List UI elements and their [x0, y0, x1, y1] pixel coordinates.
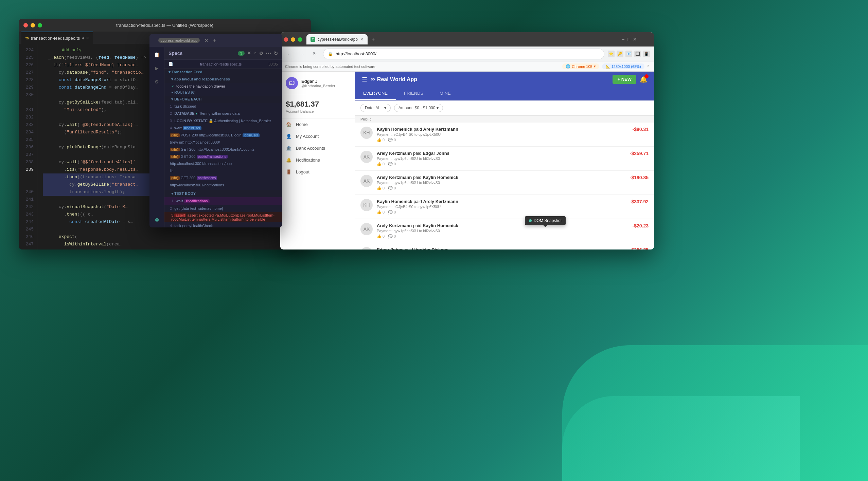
cypress-notif-tag: notifications — [197, 176, 217, 180]
sidebar-logout-label: Logout — [296, 169, 309, 174]
chrome-minimize-ctrl[interactable]: − — [622, 37, 624, 42]
hamburger-menu-button[interactable]: ☰ — [362, 76, 367, 83]
table-row: AK Arely Kertzmann paid Kaylin Homenick … — [355, 171, 654, 195]
sidebar-item-my-account[interactable]: 👤 My Account — [280, 130, 355, 142]
cypress-section-arrow: ▾ — [169, 70, 171, 74]
chrome-tab-close-icon[interactable]: ✕ — [360, 37, 364, 42]
notifications-icon: 🔔 — [286, 158, 292, 163]
tx-like-1[interactable]: 👍 0 — [377, 138, 385, 142]
sidebar-item-logout[interactable]: 🚪 Logout — [280, 166, 355, 178]
cypress-xhr-transactions: (xhr) GET 200 publicTransactions — [164, 153, 282, 160]
tab-everyone[interactable]: EVERYONE — [355, 87, 396, 100]
app-main-content: ☰ ∞ Real World App + NEW 🔔 EVERYONE — [355, 72, 654, 249]
cypress-notif-url-text: http://localhost:3001/notifications — [170, 183, 224, 187]
amount-filter-button[interactable]: Amount: $0 - $1,000 ▾ — [394, 104, 443, 112]
tx-like-4[interactable]: 👍 0 — [377, 210, 385, 215]
sidebar-item-notifications[interactable]: 🔔 Notifications — [280, 154, 355, 166]
cypress-step-num-3: 3 — [170, 119, 172, 123]
cypress-routes-section: ▾ ROUTES (6) — [164, 89, 282, 96]
chrome-forward-button[interactable]: → — [297, 49, 307, 59]
tx-content-1: Kaylin Homenick paid Arely Kertzmann Pay… — [377, 127, 628, 142]
chrome-version-arrow: ▾ — [594, 64, 596, 69]
table-row: KH Kaylin Homenick paid Arely Kertzmann … — [355, 123, 654, 147]
balance-label: Account Balance — [286, 109, 349, 113]
chrome-maximize-ctrl[interactable]: □ — [627, 37, 630, 42]
chrome-info-close-button[interactable]: × — [647, 63, 649, 69]
wave-decoration-2 — [562, 396, 800, 481]
chrome-ext-1[interactable]: ⭐ — [608, 51, 615, 57]
table-row: KH Kaylin Homenick paid Arely Kertzmann … — [355, 195, 654, 219]
date-filter-button[interactable]: Date: ALL ▾ — [360, 104, 391, 112]
new-transaction-button[interactable]: + NEW — [613, 75, 636, 84]
chrome-new-tab-button[interactable]: + — [372, 36, 375, 42]
chrome-url-text: http://localhost:3000/ — [336, 51, 376, 56]
chrome-close-button[interactable] — [284, 37, 288, 42]
tx-like-3[interactable]: 👍 0 — [377, 186, 385, 190]
vscode-maximize-button[interactable] — [38, 23, 42, 27]
tab-friends[interactable]: FRIENDS — [396, 87, 431, 100]
tx-content-5: Arely Kertzmann paid Kaylin Homenick Pay… — [377, 223, 628, 239]
cypress-refresh-icon[interactable]: ↻ — [274, 51, 278, 56]
tx-comment-1[interactable]: 💬 0 — [388, 138, 396, 142]
chrome-ext-3[interactable]: 📧 — [625, 51, 632, 57]
tx-avatar-1: KH — [360, 127, 373, 139]
vscode-minimize-button[interactable] — [31, 23, 35, 27]
sidebar-item-home[interactable]: 🏠 Home — [280, 118, 355, 130]
cypress-section-transaction-feed: ▾ Transaction Feed — [164, 69, 282, 76]
cypress-tab-label: cypress-realworld-app — [158, 38, 200, 43]
tab-mine[interactable]: MINE — [431, 87, 459, 100]
chrome-ext-2[interactable]: 🔑 — [617, 51, 623, 57]
chrome-resolution-icon: 📐 — [605, 64, 610, 69]
chrome-back-button[interactable]: ← — [284, 49, 294, 59]
chrome-ext-4[interactable]: 🔲 — [634, 51, 641, 57]
account-balance-section: $1,681.37 Account Balance — [280, 95, 355, 118]
cypress-tab-close-icon[interactable]: ✕ — [205, 38, 208, 43]
chrome-close-ctrl[interactable]: ✕ — [633, 37, 637, 42]
tx-avatar-5: AK — [360, 223, 373, 235]
cypress-runner-window: cypress-realworld-app ✕ + 📋 ▶ ⚙ ◎ Specs … — [149, 34, 282, 227]
cypress-tb-step-1: 1 wait #notifications — [164, 197, 282, 205]
chrome-reload-button[interactable]: ↻ — [310, 49, 320, 59]
chrome-maximize-button[interactable] — [298, 37, 302, 42]
tx-comment-3[interactable]: 💬 0 — [388, 186, 396, 190]
tx-comment-5[interactable]: 💬 0 — [388, 234, 396, 239]
chrome-favicon: C — [311, 37, 315, 42]
cypress-nav-settings[interactable]: ⚙ — [153, 77, 161, 86]
user-avatar: EJ — [286, 77, 298, 89]
cypress-stop-icon[interactable]: ⊘ — [259, 51, 263, 56]
notification-bell-button[interactable]: 🔔 — [640, 76, 647, 83]
tx-like-5[interactable]: 👍 0 — [377, 234, 385, 239]
app-sidebar: EJ Edgar J @Katharina_Bernier $1,681.37 … — [280, 72, 355, 249]
tx-payer-2: Arely Kertzmann — [377, 151, 412, 156]
chrome-tab[interactable]: C cypress-realworld-app ✕ — [306, 34, 368, 44]
cypress-step-label-2: filtering within users data — [198, 111, 240, 115]
cypress-section-app-title: app layout and responsiveness — [174, 77, 230, 81]
vscode-close-button[interactable] — [23, 23, 28, 27]
cypress-expand-icon[interactable]: ⋯ — [266, 50, 271, 56]
cypress-nav-runs[interactable]: ▶ — [153, 64, 161, 73]
cypress-tx-url: http://localhost:3001/transactions/pub — [170, 162, 232, 166]
cypress-nav-specs[interactable]: 📋 — [153, 50, 161, 59]
chrome-ext-5[interactable]: 📱 — [643, 51, 650, 57]
tx-title-6: Edgar Johns paid Ibrahim Dickens — [377, 247, 626, 249]
tab-close-icon[interactable]: ✕ — [86, 36, 89, 40]
cypress-new-url-label: (new url) http://localhost:3000/ — [170, 140, 220, 144]
chrome-minimize-button[interactable] — [291, 37, 295, 42]
cypress-file-time: 00:05 — [268, 62, 278, 66]
cypress-step-3: 3 LOGIN BY XSTATE 🔒 Authenticating | Kat… — [164, 117, 282, 125]
sidebar-item-bank-accounts[interactable]: 🏦 Bank Accounts — [280, 142, 355, 154]
dom-snapshot-dot — [529, 219, 532, 222]
cypress-new-tab-icon[interactable]: + — [213, 37, 216, 43]
cypress-public-tx-tag: publicTransactions — [197, 155, 228, 159]
tx-comment-2[interactable]: 💬 0 — [388, 162, 396, 166]
cypress-tb-label-2: get [data-test=sidenav-home] — [174, 206, 223, 210]
vscode-active-tab[interactable]: ts transaction-feeds.spec.ts 4 ✕ — [21, 32, 93, 44]
cypress-tb-cmd-1: wait — [176, 199, 183, 203]
tx-comment-4[interactable]: 💬 0 — [388, 210, 396, 215]
tx-like-2[interactable]: 👍 0 — [377, 162, 385, 166]
cypress-tb-step-4: 4 task percyHealthCheck — [164, 222, 282, 227]
user-profile-section: EJ Edgar J @Katharina_Bernier — [280, 72, 355, 95]
cypress-specs-header: Specs 3 ✕ ○ ⊘ ⋯ ↻ — [164, 47, 282, 60]
chrome-address-bar[interactable]: 🔒 http://localhost:3000/ — [323, 49, 604, 59]
tx-payer-1: Kaylin Homenick — [377, 127, 412, 132]
